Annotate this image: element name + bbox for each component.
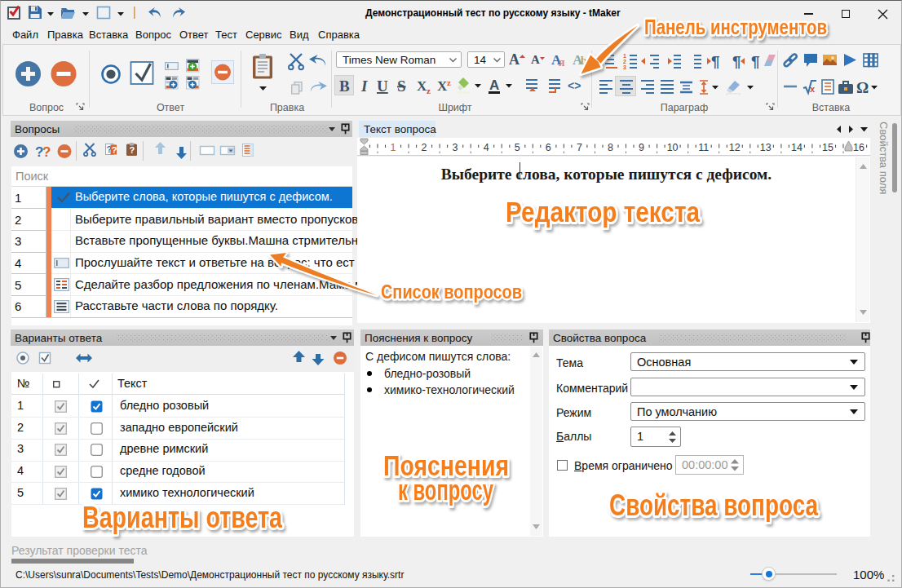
svg-text:I: I [360, 77, 368, 95]
svg-text:B: B [339, 77, 350, 95]
svg-text:я: я [559, 56, 565, 69]
svg-text:A: A [489, 77, 499, 93]
svg-text:7: 7 [577, 142, 582, 153]
svg-text:A: A [509, 51, 520, 68]
svg-text:11: 11 [698, 142, 709, 153]
svg-text:2: 2 [623, 59, 626, 64]
svg-text:z: z [427, 86, 431, 95]
svg-text:<>: <> [568, 79, 581, 92]
svg-text:3: 3 [453, 142, 458, 153]
svg-text:1: 1 [623, 53, 626, 59]
svg-text:¶: ¶ [732, 53, 741, 69]
svg-text:S: S [397, 77, 406, 95]
svg-text:A: A [531, 53, 540, 66]
svg-text:?: ? [130, 145, 135, 155]
svg-text:15: 15 [822, 142, 833, 153]
svg-text:16: 16 [853, 142, 864, 153]
svg-text:14: 14 [791, 142, 803, 153]
svg-text:¶: ¶ [751, 53, 760, 69]
svg-text:x: x [810, 84, 816, 94]
svg-text:b: b [581, 55, 587, 67]
svg-text:Ω: Ω [856, 79, 869, 95]
svg-text:U: U [377, 77, 388, 95]
svg-text:?: ? [42, 144, 51, 160]
svg-text:13: 13 [760, 142, 772, 153]
svg-text:3: 3 [623, 64, 626, 69]
svg-text:2: 2 [422, 142, 427, 153]
svg-text:1: 1 [391, 142, 396, 153]
svg-text:8: 8 [608, 142, 613, 153]
svg-text:6: 6 [546, 142, 551, 153]
svg-text:5: 5 [515, 142, 520, 153]
svg-text:¶: ¶ [711, 53, 720, 69]
svg-text:z: z [447, 77, 451, 87]
svg-text:9: 9 [639, 142, 644, 153]
svg-text:10: 10 [667, 142, 679, 153]
svg-text:?: ? [112, 145, 117, 155]
svg-text:12: 12 [729, 142, 741, 153]
svg-text:4: 4 [484, 142, 489, 153]
